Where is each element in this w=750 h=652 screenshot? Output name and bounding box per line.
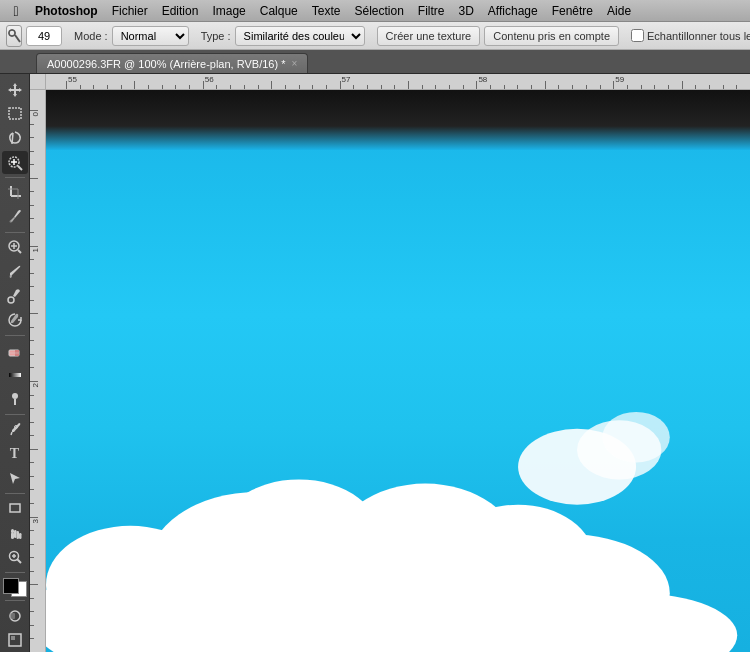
svg-point-16 [9,221,11,223]
type-label: Type : [201,30,231,42]
tool-move[interactable] [2,78,28,101]
document-tab[interactable]: A0000296.3FR @ 100% (Arrière-plan, RVB/1… [36,53,308,73]
tool-quick-select[interactable] [2,151,28,174]
menu-3d[interactable]: 3D [452,2,481,20]
tool-sep-1 [5,177,25,178]
menu-filtre[interactable]: Filtre [411,2,452,20]
tool-dodge[interactable] [2,388,28,411]
tool-sep-7 [5,600,25,601]
svg-line-20 [18,250,21,253]
svg-rect-30 [10,504,20,512]
tool-sep-6 [5,572,25,573]
svg-rect-43 [11,636,15,640]
content-aware-btn[interactable]: Contenu pris en compte [484,26,619,46]
tool-sep-5 [5,493,25,494]
canvas-area: 555657585960 01234 [30,74,750,652]
tool-sep-4 [5,414,25,415]
tool-quick-mask[interactable] [2,604,28,627]
tool-marquee-rect[interactable] [2,102,28,125]
cloud-svg [46,315,750,652]
tab-title: A0000296.3FR @ 100% (Arrière-plan, RVB/1… [47,58,285,70]
menu-edition[interactable]: Edition [155,2,206,20]
sample-all-layers-label[interactable]: Echantillonner tous les calques [631,29,750,42]
menu-image[interactable]: Image [205,2,252,20]
tool-zoom[interactable] [2,545,28,568]
tool-shape[interactable] [2,497,28,520]
mode-select[interactable]: Normal Densité - Densité + [112,26,189,46]
tabbar: A0000296.3FR @ 100% (Arrière-plan, RVB/1… [0,50,750,74]
svg-rect-6 [9,108,21,119]
menu-texte[interactable]: Texte [305,2,348,20]
tool-eraser[interactable] [2,339,28,362]
menu-selection[interactable]: Sélection [347,2,410,20]
sample-all-layers-checkbox[interactable] [631,29,644,42]
tool-crop[interactable] [2,181,28,204]
tool-lasso[interactable] [2,127,28,150]
tool-heal[interactable] [2,236,28,259]
tool-sep-3 [5,335,25,336]
svg-line-28 [11,432,12,435]
menu-calque[interactable]: Calque [253,2,305,20]
ruler-top: 555657585960 [46,74,750,90]
color-swatches[interactable] [3,578,27,598]
tool-clone[interactable] [2,284,28,307]
svg-line-37 [17,559,21,563]
menu-photoshop[interactable]: Photoshop [28,2,105,20]
svg-point-1 [9,30,15,36]
menu-aide[interactable]: Aide [600,2,638,20]
svg-rect-25 [9,373,21,377]
tool-text[interactable]: T [2,442,28,465]
menu-affichage[interactable]: Affichage [481,2,545,20]
svg-rect-41 [10,613,15,619]
tool-path-select[interactable] [2,466,28,489]
mode-label: Mode : [74,30,108,42]
apple-menu[interactable]:  [4,3,28,19]
toolbar: T [0,74,30,652]
sample-all-layers-text: Echantillonner tous les calques [647,30,750,42]
menu-fenetre[interactable]: Fenêtre [545,2,600,20]
foreground-color-swatch[interactable] [3,578,19,594]
main-area: T [0,74,750,652]
create-texture-btn[interactable]: Créer une texture [377,26,481,46]
tolerance-input[interactable] [26,26,62,46]
menubar:  Photoshop Fichier Edition Image Calque… [0,0,750,22]
svg-rect-31 [11,532,14,539]
tool-eyedropper[interactable] [2,206,28,229]
tool-screen-mode[interactable] [2,629,28,652]
tool-sep-2 [5,232,25,233]
text-tool-label: T [10,446,19,462]
svg-point-58 [602,412,669,463]
svg-point-55 [442,504,594,614]
tool-brush[interactable] [2,260,28,283]
dark-sky-strip [46,90,750,150]
svg-line-0 [15,35,20,42]
svg-rect-32 [14,530,17,538]
ruler-corner [30,74,46,90]
sky-background [46,90,750,652]
svg-point-26 [12,393,18,399]
optionsbar: Mode : Normal Densité - Densité + Type :… [0,22,750,50]
svg-line-9 [18,166,22,170]
tool-hand[interactable] [2,521,28,544]
svg-line-7 [12,133,13,144]
svg-rect-33 [16,531,19,539]
tool-gradient[interactable] [2,363,28,386]
svg-rect-34 [19,533,22,539]
tool-wand-btn[interactable] [6,25,22,47]
menu-fichier[interactable]: Fichier [105,2,155,20]
ruler-left: 01234 [30,90,46,652]
canvas-image[interactable] [46,90,750,652]
tab-close-btn[interactable]: × [291,59,297,69]
tool-pen[interactable] [2,418,28,441]
tool-history[interactable] [2,309,28,332]
svg-rect-35 [11,529,14,533]
svg-point-21 [8,297,14,303]
type-select[interactable]: Similarité des couleurs Contiguïté [235,26,365,46]
